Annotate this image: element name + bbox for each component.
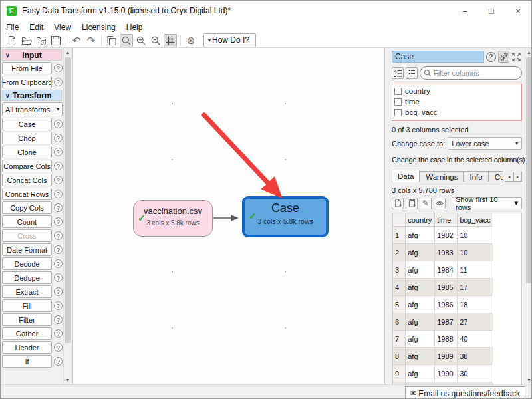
checkbox-icon[interactable]	[394, 109, 402, 116]
transform-extract-button[interactable]: Extract	[2, 285, 52, 298]
menu-view[interactable]: V̲iew	[49, 21, 76, 33]
help-icon[interactable]: ?	[54, 64, 63, 72]
from-clipboard-button[interactable]: From Clipboard	[2, 76, 52, 88]
transform-filter-button[interactable]: Filter	[2, 313, 52, 326]
checkbox-icon[interactable]	[394, 98, 402, 106]
input-node-vaccination[interactable]: ✓ vaccination.csv 3 cols x 5.8k rows	[133, 200, 213, 237]
transform-case-button[interactable]: Case	[2, 118, 52, 130]
transform-concat-cols-button[interactable]: Concat Cols	[2, 174, 52, 186]
transform-concat-rows-button[interactable]: Concat Rows	[2, 188, 52, 200]
transform-clone-button[interactable]: Clone	[2, 146, 52, 158]
transform-section-header[interactable]: ∨ Transform	[2, 90, 62, 101]
tab-info[interactable]: Info	[464, 171, 488, 182]
help-icon[interactable]: ?	[54, 162, 63, 170]
tab-data[interactable]: Data	[392, 170, 420, 182]
open-recent-icon[interactable]	[35, 34, 48, 47]
scroll-up-icon[interactable]: ▲	[525, 48, 532, 57]
canvas[interactable]: ✓ vaccination.csv 3 cols x 5.8k rows ✓ C…	[72, 48, 385, 384]
select-columns-view-icon[interactable]	[392, 67, 404, 79]
undo-icon[interactable]: ↶	[70, 34, 83, 47]
maximize-button[interactable]: □	[478, 1, 505, 21]
help-icon[interactable]: ?	[54, 217, 63, 226]
transform-if-button[interactable]: If	[2, 355, 52, 368]
copy-to-file-icon[interactable]	[392, 198, 404, 209]
menu-licensing[interactable]: L̲icensing	[76, 21, 121, 33]
right-panel-scrollbar[interactable]: ▲ ▼	[525, 48, 532, 384]
disconnect-icon[interactable]: ⊗	[184, 34, 198, 47]
help-icon[interactable]: ?	[54, 148, 63, 156]
menu-edit[interactable]: E̲dit	[24, 21, 49, 33]
help-icon[interactable]: ?	[54, 357, 63, 366]
minimize-button[interactable]: –	[452, 1, 478, 21]
tab-warnings[interactable]: Warnings	[420, 171, 464, 182]
transform-copy-cols-button[interactable]: Copy Cols	[2, 201, 52, 214]
help-icon[interactable]: ?	[54, 176, 63, 184]
show-rows-dropdown[interactable]: Show first 10 rows ▾	[452, 197, 522, 209]
pan-zoom-icon[interactable]	[120, 34, 133, 47]
transform-chop-button[interactable]: Chop	[2, 132, 52, 144]
help-icon[interactable]: ?	[54, 190, 63, 198]
scroll-up-icon[interactable]: ▲	[64, 48, 72, 57]
help-icon[interactable]: ?	[54, 287, 63, 296]
new-file-icon[interactable]	[5, 34, 19, 47]
column-row-country[interactable]: country	[394, 86, 521, 96]
zoom-out-icon[interactable]	[149, 34, 162, 47]
transform-node-case[interactable]: ✓ Case 3 cols x 5.8k rows	[242, 196, 329, 237]
close-button[interactable]: ×	[505, 1, 531, 21]
input-section-header[interactable]: ∨ Input	[2, 49, 62, 61]
all-transforms-dropdown[interactable]: All transforms ▾	[2, 102, 63, 116]
menu-help[interactable]: H̲elp	[121, 21, 148, 33]
help-icon[interactable]: ?	[54, 301, 63, 310]
menu-file[interactable]: F̲ile	[1, 21, 24, 33]
transform-count-button[interactable]: Count	[2, 215, 52, 228]
help-icon[interactable]: ?	[54, 134, 63, 142]
help-icon[interactable]: ?	[54, 343, 63, 352]
view-eye-icon[interactable]	[434, 198, 446, 209]
help-icon[interactable]: ?	[54, 78, 63, 86]
grid-snap-icon[interactable]	[164, 34, 177, 47]
help-icon[interactable]: ?	[54, 203, 63, 212]
tabs-scroll-left-icon[interactable]: ◂	[505, 172, 513, 182]
column-row-bcg-vacc[interactable]: bcg_vacc	[394, 107, 521, 118]
filter-columns-field[interactable]	[420, 66, 522, 80]
feedback-button[interactable]: ✉ Email us questions/feedback	[405, 386, 525, 399]
tabs-scroll-right-icon[interactable]: ▸	[513, 172, 522, 182]
help-icon[interactable]: ?	[54, 329, 63, 338]
edit-pencil-icon[interactable]: ✎	[420, 198, 432, 209]
transform-dedupe-button[interactable]: Dedupe	[2, 271, 52, 284]
open-file-icon[interactable]	[20, 34, 33, 47]
scroll-down-icon[interactable]: ▼	[64, 376, 72, 384]
save-icon[interactable]	[49, 34, 63, 47]
transform-header-button[interactable]: Header	[2, 341, 52, 354]
from-file-button[interactable]: From File	[2, 62, 52, 74]
transform-description: Change the case in the selected column(s…	[392, 156, 522, 164]
change-case-dropdown[interactable]: Lower case ▾	[448, 137, 522, 150]
help-icon[interactable]: ?	[54, 315, 63, 324]
checkbox-icon[interactable]	[394, 88, 402, 95]
how-do-i-button[interactable]: ▾ How Do I?	[203, 33, 256, 47]
column-row-time[interactable]: time	[394, 96, 521, 107]
help-icon[interactable]: ?	[54, 273, 63, 282]
help-icon[interactable]: ?	[54, 120, 63, 128]
help-icon[interactable]: ?	[54, 231, 63, 240]
transform-compare-cols-button[interactable]: Compare Cols	[2, 160, 52, 172]
filter-columns-input[interactable]	[420, 66, 522, 80]
scroll-down-icon[interactable]: ▼	[525, 376, 532, 384]
sidebar-scrollbar[interactable]: ▲ ▼	[63, 48, 72, 384]
transform-fill-button[interactable]: Fill	[2, 299, 52, 312]
list-view-icon[interactable]	[406, 67, 418, 79]
transform-decode-button[interactable]: Decode	[2, 257, 52, 270]
copy-to-clipboard-icon[interactable]	[406, 198, 418, 209]
redo-icon[interactable]: ↷	[84, 34, 98, 47]
help-icon[interactable]: ?	[54, 259, 63, 268]
transform-gather-button[interactable]: Gather	[2, 327, 52, 340]
transform-date-format-button[interactable]: Date Format	[2, 243, 52, 256]
settings-gears-icon[interactable]	[498, 51, 509, 63]
help-icon[interactable]: ?	[485, 51, 497, 63]
tab-comments[interactable]: Comments	[489, 171, 503, 182]
zoom-in-icon[interactable]	[134, 34, 148, 47]
data-table-viewport[interactable]: country time bcg_vacc 1afg198210 2afg198…	[392, 213, 522, 384]
duplicate-icon[interactable]	[105, 34, 118, 47]
expand-panel-icon[interactable]	[511, 51, 522, 63]
help-icon[interactable]: ?	[54, 245, 63, 254]
